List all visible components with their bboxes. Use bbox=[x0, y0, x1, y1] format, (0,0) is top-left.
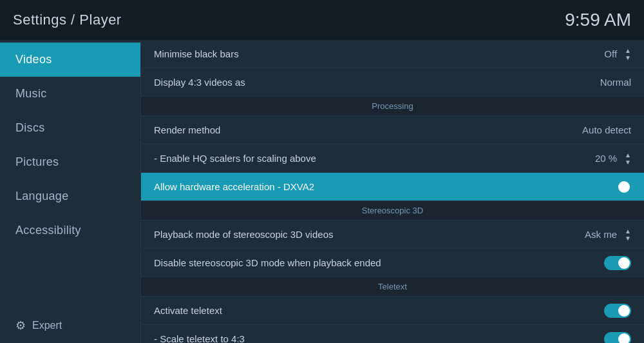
toggle-hardware-acceleration[interactable] bbox=[604, 180, 631, 194]
setting-minimise-black-bars[interactable]: Minimise black bars Off ▲ ▼ bbox=[141, 40, 644, 68]
gear-icon: ⚙ bbox=[15, 318, 26, 333]
arrow-down-icon[interactable]: ▼ bbox=[625, 235, 631, 242]
setting-label: Display 4:3 videos as bbox=[154, 77, 245, 88]
header: Settings / Player 9:59 AM bbox=[0, 0, 644, 40]
page-title: Settings / Player bbox=[13, 12, 122, 28]
setting-hardware-acceleration[interactable]: Allow hardware acceleration - DXVA2 bbox=[141, 173, 644, 201]
setting-playback-mode[interactable]: Playback mode of stereoscopic 3D videos … bbox=[141, 220, 644, 249]
main-content: Minimise black bars Off ▲ ▼ Display 4:3 … bbox=[140, 40, 644, 343]
setting-value: Off ▲ ▼ bbox=[604, 47, 631, 61]
sidebar-item-discs[interactable]: Discs bbox=[0, 111, 140, 145]
setting-value: Ask me ▲ ▼ bbox=[585, 228, 631, 242]
arrow-controls[interactable]: ▲ ▼ bbox=[625, 228, 631, 242]
arrow-up-icon[interactable]: ▲ bbox=[625, 47, 631, 54]
toggle-activate-teletext[interactable] bbox=[604, 304, 631, 318]
sidebar-item-music[interactable]: Music bbox=[0, 77, 140, 111]
setting-value bbox=[604, 256, 631, 270]
setting-scale-teletext[interactable]: - Scale teletext to 4:3 bbox=[141, 325, 644, 343]
setting-activate-teletext[interactable]: Activate teletext bbox=[141, 297, 644, 325]
sidebar-item-pictures[interactable]: Pictures bbox=[0, 145, 140, 179]
setting-value: 20 % ▲ ▼ bbox=[595, 152, 631, 166]
toggle-knob bbox=[618, 333, 630, 344]
toggle-knob bbox=[618, 181, 630, 193]
toggle-scale-teletext[interactable] bbox=[604, 332, 631, 344]
setting-label: Disable stereoscopic 3D mode when playba… bbox=[154, 257, 381, 268]
toggle-disable-stereoscopic[interactable] bbox=[604, 256, 631, 270]
setting-label: Minimise black bars bbox=[154, 48, 239, 59]
setting-value: Normal bbox=[600, 77, 631, 88]
setting-label: - Enable HQ scalers for scaling above bbox=[154, 153, 316, 164]
setting-hq-scalers[interactable]: - Enable HQ scalers for scaling above 20… bbox=[141, 144, 644, 173]
toggle-knob bbox=[618, 257, 630, 269]
section-stereoscopic: Stereoscopic 3D bbox=[141, 201, 644, 220]
toggle-knob bbox=[618, 305, 630, 317]
arrow-controls[interactable]: ▲ ▼ bbox=[625, 152, 631, 166]
clock: 9:59 AM bbox=[565, 10, 631, 30]
sidebar-item-expert[interactable]: ⚙ Expert bbox=[0, 308, 140, 343]
expert-label: Expert bbox=[32, 320, 62, 331]
sidebar-item-language[interactable]: Language bbox=[0, 179, 140, 213]
section-processing: Processing bbox=[141, 97, 644, 116]
sidebar-item-accessibility[interactable]: Accessibility bbox=[0, 213, 140, 248]
section-teletext: Teletext bbox=[141, 277, 644, 297]
arrow-down-icon[interactable]: ▼ bbox=[625, 54, 631, 61]
arrow-controls[interactable]: ▲ ▼ bbox=[625, 47, 631, 61]
arrow-down-icon[interactable]: ▼ bbox=[625, 159, 631, 166]
setting-value bbox=[604, 304, 631, 318]
setting-label: Render method bbox=[154, 124, 220, 135]
setting-value: Auto detect bbox=[582, 124, 631, 135]
setting-disable-stereoscopic[interactable]: Disable stereoscopic 3D mode when playba… bbox=[141, 249, 644, 277]
setting-render-method[interactable]: Render method Auto detect bbox=[141, 116, 644, 144]
sidebar: Videos Music Discs Pictures Language Acc… bbox=[0, 40, 140, 343]
setting-label: Activate teletext bbox=[154, 305, 222, 316]
setting-display-43[interactable]: Display 4:3 videos as Normal bbox=[141, 68, 644, 97]
setting-label: Playback mode of stereoscopic 3D videos bbox=[154, 229, 333, 240]
body: Videos Music Discs Pictures Language Acc… bbox=[0, 40, 644, 343]
setting-label: - Scale teletext to 4:3 bbox=[154, 333, 245, 343]
setting-value bbox=[604, 332, 631, 344]
arrow-up-icon[interactable]: ▲ bbox=[625, 152, 631, 159]
setting-value bbox=[604, 180, 631, 194]
arrow-up-icon[interactable]: ▲ bbox=[625, 228, 631, 235]
setting-label: Allow hardware acceleration - DXVA2 bbox=[154, 181, 314, 192]
sidebar-item-videos[interactable]: Videos bbox=[0, 43, 140, 77]
